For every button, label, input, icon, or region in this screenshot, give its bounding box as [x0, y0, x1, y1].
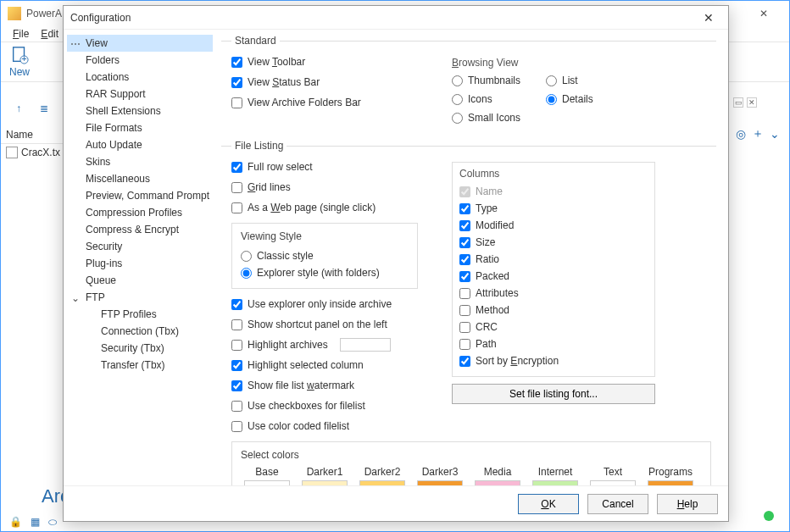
color-text[interactable]: Text [587, 466, 639, 485]
chk-highlight-column[interactable]: Highlight selected column [231, 357, 418, 374]
tree-ftp-connection[interactable]: Connection (Tbx) [67, 323, 213, 340]
menu-file[interactable]: File [13, 28, 29, 40]
chevron-down-icon[interactable]: ⌄ [767, 126, 782, 141]
tree-ftp[interactable]: ⌄FTP [67, 289, 213, 306]
cancel-button[interactable]: Cancel [587, 494, 648, 514]
list-icon[interactable]: ≣ [35, 99, 53, 118]
ok-button[interactable]: OK [518, 494, 579, 514]
name-column-header[interactable]: Name [1, 126, 69, 144]
chk-col-path[interactable]: Path [459, 335, 648, 352]
color-swatch[interactable] [532, 480, 578, 485]
tree-ftp-profiles[interactable]: FTP Profiles [67, 306, 213, 323]
chk-explorer-only[interactable]: Use explorer only inside archive [231, 296, 418, 313]
color-swatch[interactable] [475, 480, 520, 485]
tree-ftp-security[interactable]: Security (Tbx) [67, 340, 213, 357]
chk-view-toolbar[interactable]: View Toolbar [231, 53, 418, 70]
tree-compression-profiles[interactable]: Compression Profiles [67, 204, 213, 221]
help-button[interactable]: Help [657, 494, 718, 514]
tree-file-formats[interactable]: File Formats [67, 119, 213, 136]
rad-icons[interactable]: Icons [452, 91, 520, 108]
tree-view[interactable]: ⋯View [67, 35, 213, 52]
rad-list[interactable]: List [546, 72, 593, 89]
tree-dash-icon: ⋯ [70, 36, 81, 52]
rad-details[interactable]: Details [546, 91, 593, 108]
chk-view-statusbar[interactable]: View Status Bar [231, 74, 418, 91]
tree-compress-encrypt[interactable]: Compress & Encrypt [67, 221, 213, 238]
chk-view-archivebar[interactable]: View Archive Folders Bar [231, 94, 418, 111]
color-darker1[interactable]: Darker1 [298, 466, 351, 485]
rad-smallicons[interactable]: Small Icons [452, 109, 520, 126]
chk-watermark[interactable]: Show file list watermark [231, 377, 418, 394]
tree-auto-update[interactable]: Auto Update [67, 136, 213, 153]
tree-locations[interactable]: Locations [67, 69, 213, 86]
dialog-footer: OK Cancel Help [64, 485, 728, 521]
chk-col-modified[interactable]: Modified [459, 217, 648, 234]
file-row[interactable]: CracX.tx [1, 144, 69, 161]
chk-gridlines[interactable]: Grid lines [231, 179, 418, 196]
chevron-down-icon[interactable]: ⌄ [70, 291, 81, 306]
tree-plugins[interactable]: Plug-ins [67, 255, 213, 272]
chk-col-type[interactable]: Type [459, 200, 648, 217]
settings-tree[interactable]: ⋯View Folders Locations RAR Support Shel… [64, 30, 216, 485]
set-font-button[interactable]: Set file listing font... [452, 384, 655, 404]
color-darker2[interactable]: Darker2 [356, 466, 409, 485]
color-label: Programs [648, 466, 693, 478]
rad-thumbnails[interactable]: Thumbnails [452, 72, 520, 89]
color-swatch[interactable] [417, 480, 463, 485]
chk-shortcut-panel[interactable]: Show shortcut panel on the left [231, 316, 418, 333]
color-darker3[interactable]: Darker3 [414, 466, 466, 485]
color-swatch[interactable] [648, 480, 693, 485]
color-base[interactable]: Base [241, 466, 293, 485]
color-internet[interactable]: Internet [529, 466, 581, 485]
tree-rar-support[interactable]: RAR Support [67, 86, 213, 103]
status-dot-icon [764, 511, 774, 521]
chk-webpage[interactable]: As a Web page (single click) [231, 199, 418, 216]
tree-misc[interactable]: Miscellaneous [67, 170, 213, 187]
chk-colorcoded[interactable]: Use color coded filelist [231, 418, 418, 435]
tree-ftp-transfer[interactable]: Transfer (Tbx) [67, 357, 213, 374]
menu-edit[interactable]: Edit [41, 28, 58, 40]
new-button[interactable]: + New [9, 46, 30, 78]
chk-col-sortenc[interactable]: Sort by Encryption [459, 352, 648, 369]
dot-icon[interactable]: ⬭ [48, 516, 57, 528]
legend-standard: Standard [231, 35, 280, 47]
chk-col-crc[interactable]: CRC [459, 319, 648, 335]
rad-classic[interactable]: Classic style [241, 247, 409, 264]
color-media[interactable]: Media [471, 466, 524, 485]
target-icon[interactable]: ◎ [733, 126, 748, 141]
color-swatch[interactable] [244, 480, 290, 485]
tree-folders[interactable]: Folders [67, 52, 213, 69]
color-programs[interactable]: Programs [644, 466, 697, 485]
chk-col-ratio[interactable]: Ratio [459, 251, 648, 268]
tree-security[interactable]: Security [67, 238, 213, 255]
up-arrow-icon[interactable]: ↑ [9, 99, 28, 118]
tree-preview[interactable]: Preview, Command Prompt [67, 187, 213, 204]
chk-checkboxes[interactable]: Use checkboxes for filelist [231, 397, 418, 414]
chk-col-packed[interactable]: Packed [459, 268, 648, 285]
tree-skins[interactable]: Skins [67, 153, 213, 170]
chk-highlight-archives[interactable]: Highlight archives [231, 336, 418, 353]
chk-col-size[interactable]: Size [459, 234, 648, 251]
tree-queue[interactable]: Queue [67, 272, 213, 289]
panel-restore-icon[interactable]: ▭ [733, 97, 743, 108]
close-button[interactable]: ✕ [744, 2, 782, 25]
rad-explorer[interactable]: Explorer style (with folders) [241, 264, 409, 281]
lock-icon[interactable]: 🔒 [9, 516, 22, 528]
tree-shell-extensions[interactable]: Shell Extensions [67, 103, 213, 119]
color-label: Darker3 [422, 466, 459, 478]
color-swatch[interactable] [302, 480, 348, 485]
dialog-titlebar: Configuration ✕ [64, 6, 728, 30]
chk-col-method[interactable]: Method [459, 302, 648, 319]
color-swatch[interactable] [590, 480, 636, 485]
grid-icon[interactable]: ▦ [31, 516, 40, 528]
dialog-close-button[interactable]: ✕ [696, 11, 721, 25]
chk-col-attributes[interactable]: Attributes [459, 285, 648, 302]
color-swatch[interactable] [359, 480, 405, 485]
legend-filelisting: File Listing [231, 140, 287, 152]
highlight-color-box[interactable] [340, 338, 391, 352]
color-label: Text [604, 466, 622, 478]
chk-fullrow[interactable]: Full row select [231, 158, 418, 175]
panel-close-icon[interactable]: ✕ [747, 97, 757, 108]
plus-icon[interactable]: ＋ [750, 126, 765, 141]
chk-col-name: Name [459, 183, 648, 200]
